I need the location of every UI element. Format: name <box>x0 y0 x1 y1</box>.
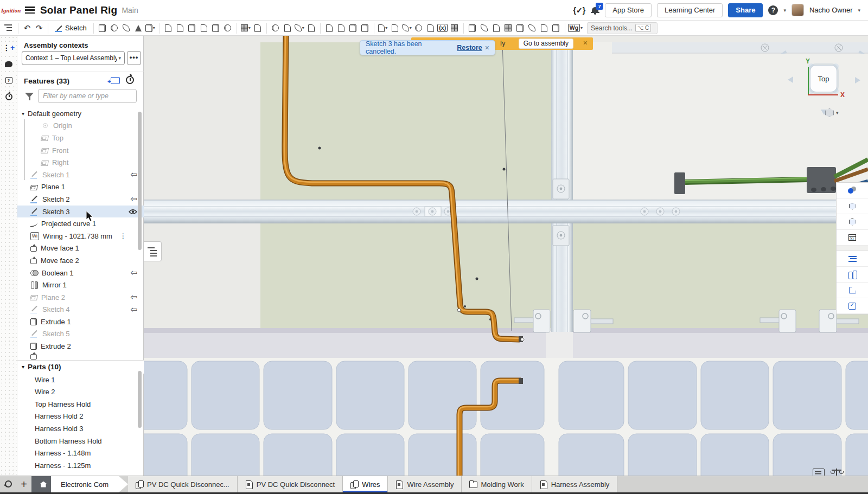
solar-cell[interactable] <box>559 434 624 476</box>
flatten-icon[interactable] <box>490 22 502 34</box>
solar-cell[interactable] <box>701 361 769 429</box>
feature-row-origin[interactable]: Origin <box>17 120 144 132</box>
tab-pv-dc-quick-disconnect[interactable]: PV DC Quick Disconnect <box>238 476 343 492</box>
solar-cell[interactable] <box>481 434 544 476</box>
solar-cell[interactable] <box>628 361 697 429</box>
toast-close-icon[interactable]: × <box>485 43 489 52</box>
feature-row-wiring-1021-738-mm[interactable]: WiWiring - 1021.738 mm⋮ <box>17 230 144 242</box>
filter-input[interactable] <box>38 89 137 103</box>
learning-center-button[interactable]: Learning Center <box>657 3 723 17</box>
dropdown-caret-icon[interactable]: ▾ <box>410 25 412 30</box>
add-folder-icon[interactable] <box>111 77 120 84</box>
rollback-history-icon[interactable] <box>126 76 134 84</box>
feature-row-sketch-2[interactable]: Sketch 2⇦ <box>17 193 144 206</box>
plane-icon[interactable] <box>389 22 401 34</box>
trim-icon[interactable] <box>550 22 562 34</box>
comments-icon[interactable] <box>3 59 14 69</box>
feature-row-sketch-3[interactable]: Sketch 3 <box>17 206 144 218</box>
notifications-bell-icon[interactable]: 7 <box>591 6 599 15</box>
tasks-icon[interactable] <box>837 298 868 314</box>
named-views-icon[interactable] <box>837 198 868 214</box>
feature-row-extrude-1[interactable]: Extrude 1 <box>17 316 144 328</box>
user-menu[interactable]: Nacho Owner <box>809 6 852 14</box>
part-row-top-harness-hold[interactable]: Top Harness Hold <box>17 398 144 410</box>
solar-cell[interactable] <box>144 361 187 429</box>
modify-fillet-icon[interactable]: ▾ <box>293 22 305 34</box>
feature-row-sketch-5[interactable]: Sketch 5 <box>17 328 144 341</box>
feature-row-sketch-4[interactable]: Sketch 4⇦ <box>17 304 144 316</box>
tab-pv-dc-quick-disconnec-[interactable]: PV DC Quick Disconnec... <box>128 476 238 492</box>
helix-icon[interactable]: ▾ <box>401 22 413 34</box>
loft-icon[interactable] <box>132 22 144 34</box>
rail-clamp-upper[interactable] <box>553 179 569 199</box>
feature-row-clipped[interactable] <box>17 352 144 360</box>
dropdown-caret-icon[interactable]: ▾ <box>248 25 251 30</box>
feature-row-sketch-1[interactable]: Sketch 1⇦ <box>17 169 144 181</box>
extrude-icon[interactable] <box>97 22 108 34</box>
features-scrollbar[interactable] <box>138 112 142 250</box>
solar-cell[interactable] <box>192 434 259 476</box>
outline-list-icon[interactable] <box>837 251 868 267</box>
solar-cell[interactable] <box>192 361 259 429</box>
part-row-bottom-harness-hold[interactable]: Bottom Harness Hold <box>17 435 144 447</box>
linear-pattern-icon[interactable]: ▾ <box>240 22 252 34</box>
context-more-button[interactable]: ••• <box>127 51 141 65</box>
replace-face-icon[interactable] <box>335 22 347 34</box>
mirror-icon[interactable] <box>252 22 264 34</box>
draft-icon[interactable] <box>186 22 198 34</box>
part-row-wire-2[interactable]: Wire 2 <box>17 386 144 398</box>
feature-row-mirror-1[interactable]: Mirror 1 <box>17 279 144 291</box>
export-icon[interactable] <box>359 22 371 34</box>
delete-face-icon[interactable] <box>305 22 317 34</box>
part-row-harness-1-148m[interactable]: Harness - 1.148m <box>17 447 144 459</box>
view-cube-top-face[interactable]: Top <box>810 65 837 92</box>
part-row-harness-hold-2[interactable]: Harness Hold 2 <box>17 410 144 423</box>
feature-row-move-face-2[interactable]: Move face 2 <box>17 254 144 267</box>
workflow-dropdown[interactable]: Wg▾ <box>568 22 583 34</box>
dropdown-caret-icon[interactable]: ▾ <box>153 25 155 30</box>
share-button[interactable]: Share <box>728 3 763 17</box>
spline-icon[interactable] <box>526 22 538 34</box>
appearance-panel-icon[interactable] <box>837 183 868 198</box>
shell-icon[interactable] <box>210 22 222 34</box>
rail-clamp-lower[interactable] <box>553 226 569 246</box>
chamfer-icon[interactable] <box>174 22 186 34</box>
solar-cell[interactable] <box>846 434 868 476</box>
context-dropdown[interactable]: Context 1 – Top Level Assembly ▾ <box>22 51 125 65</box>
solar-cell[interactable] <box>409 361 476 429</box>
redo-icon[interactable]: ↷ <box>33 22 45 34</box>
boolean-icon[interactable] <box>270 22 282 34</box>
mate-connector-icon[interactable] <box>449 22 461 34</box>
tab-search-icon[interactable] <box>0 476 16 492</box>
tab-wires[interactable]: Wires <box>343 476 388 492</box>
dropdown-caret-icon[interactable]: ▾ <box>385 25 387 30</box>
parts-scrollbar[interactable] <box>138 371 142 428</box>
isometric-view-button[interactable]: ▾ <box>825 106 849 119</box>
insert-studio-icon[interactable]: ⋮+ <box>3 42 14 53</box>
undo-icon[interactable]: ↶ <box>21 22 33 34</box>
go-to-assembly-button[interactable]: Go to assembly <box>519 39 573 49</box>
parts-list-icon[interactable] <box>837 267 868 283</box>
hamburger-menu-icon[interactable] <box>25 7 35 14</box>
solar-cell[interactable] <box>336 434 404 476</box>
solar-cell[interactable] <box>628 434 697 476</box>
parts-help-icon[interactable]: ? <box>3 75 14 86</box>
variable-icon[interactable]: (x) <box>437 22 449 34</box>
fillet-icon[interactable] <box>162 22 174 34</box>
part-detail-icon[interactable] <box>837 283 868 298</box>
derived-icon[interactable] <box>425 22 437 34</box>
part-row-harness-hold-3[interactable]: Harness Hold 3 <box>17 422 144 435</box>
feature-row-move-face-1[interactable]: Move face 1 <box>17 242 144 255</box>
solar-cell[interactable] <box>559 361 624 429</box>
solar-cell[interactable] <box>773 361 841 429</box>
tree-group-default-geometry[interactable]: ▾Default geometry <box>17 107 144 120</box>
import-icon[interactable] <box>347 22 359 34</box>
revolve-icon[interactable] <box>108 22 120 34</box>
user-avatar[interactable] <box>792 4 804 16</box>
help-icon[interactable]: ? <box>768 5 778 15</box>
history-icon[interactable] <box>3 91 14 102</box>
solar-cell[interactable] <box>409 434 476 476</box>
top-rail-strip[interactable] <box>612 42 868 53</box>
feature-row-plane-1[interactable]: Plane 1 <box>17 181 144 194</box>
solar-cell[interactable] <box>144 434 187 476</box>
